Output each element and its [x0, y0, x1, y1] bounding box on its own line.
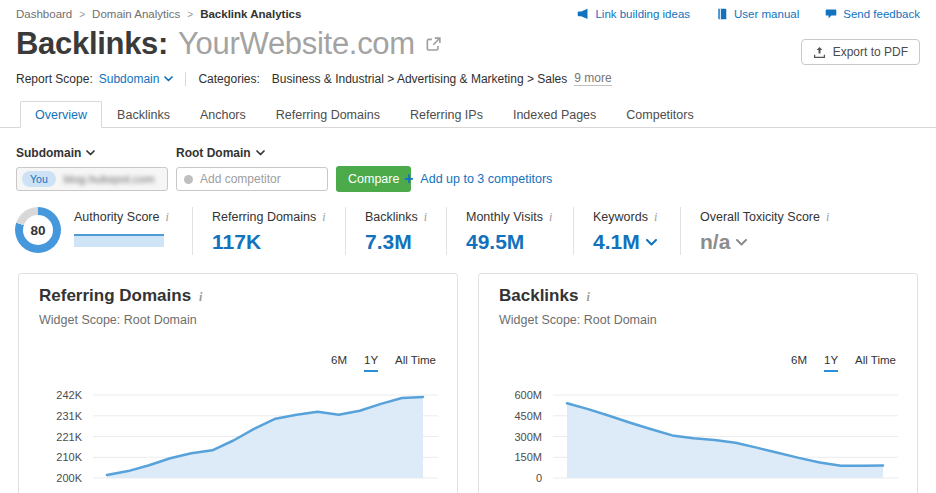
- authority-score-gauge: 80: [15, 207, 61, 253]
- add-competitor-input-wrap[interactable]: [176, 167, 328, 191]
- info-icon[interactable]: i: [199, 290, 202, 305]
- info-icon[interactable]: i: [826, 210, 829, 225]
- info-icon[interactable]: i: [654, 210, 657, 225]
- referring-domains-period-toggle: 6M 1Y All Time: [331, 354, 436, 372]
- keywords-value: 4.1M: [593, 230, 640, 254]
- svg-text:200K: 200K: [56, 472, 82, 484]
- chevron-down-icon: [86, 150, 95, 156]
- tab-indexed-pages[interactable]: Indexed Pages: [498, 101, 611, 127]
- info-icon[interactable]: i: [424, 210, 427, 225]
- keywords-label: Keywords: [593, 210, 648, 224]
- chevron-down-icon: [646, 239, 657, 246]
- breadcrumb-separator: >: [187, 9, 193, 20]
- referring-domains-widget: Referring Domains i Widget Scope: Root D…: [18, 273, 458, 493]
- plus-icon: +: [404, 171, 413, 187]
- send-feedback-label: Send feedback: [843, 8, 920, 20]
- megaphone-icon: [577, 8, 589, 20]
- tab-competitors[interactable]: Competitors: [611, 101, 708, 127]
- svg-text:150M: 150M: [514, 451, 542, 463]
- authority-score-value: 80: [30, 223, 45, 238]
- metric-overall-toxicity: Overall Toxicity Score i n/a: [680, 207, 829, 255]
- breadcrumb-backlink-analytics: Backlink Analytics: [200, 8, 301, 20]
- backlinks-value: 7.3M: [365, 230, 412, 254]
- you-scope-dropdown[interactable]: Subdomain: [16, 146, 95, 160]
- metric-referring-domains: Referring Domains i 117K: [192, 207, 326, 255]
- competitor-dot-icon: [184, 175, 193, 184]
- backlinks-chart: 600M450M300M150M0: [479, 382, 917, 493]
- backlink-analytics-page: Dashboard > Domain Analytics > Backlink …: [0, 0, 936, 493]
- report-scope-label: Report Scope:: [16, 72, 93, 86]
- referring-domains-label: Referring Domains: [212, 210, 316, 224]
- chevron-down-icon: [256, 150, 265, 156]
- you-scope-label: Subdomain: [16, 146, 81, 160]
- monthly-visits-value: 49.5M: [466, 230, 524, 254]
- link-building-ideas-link[interactable]: Link building ideas: [577, 8, 690, 20]
- tab-backlinks[interactable]: Backlinks: [102, 101, 185, 127]
- referring-domains-widget-scope: Widget Scope: Root Domain: [39, 313, 197, 327]
- period-1y[interactable]: 1Y: [364, 354, 378, 372]
- authority-score-label: Authority Score: [74, 210, 159, 224]
- backlinks-period-toggle: 6M 1Y All Time: [791, 354, 896, 372]
- add-competitors-link[interactable]: + Add up to 3 competitors: [404, 166, 552, 192]
- add-competitors-label: Add up to 3 competitors: [420, 172, 552, 186]
- info-icon[interactable]: i: [322, 210, 325, 225]
- page-title: Backlinks: YourWebsite.com: [16, 26, 442, 62]
- you-badge: You: [22, 171, 56, 187]
- svg-text:450M: 450M: [514, 410, 542, 422]
- toxicity-value-dropdown[interactable]: n/a: [700, 230, 829, 254]
- info-icon[interactable]: i: [586, 290, 589, 305]
- divider: [185, 72, 186, 86]
- breadcrumb-domain-analytics[interactable]: Domain Analytics: [92, 8, 180, 20]
- page-title-domain: YourWebsite.com: [178, 26, 415, 62]
- you-domain-input[interactable]: You blog.hubspot.com: [16, 167, 168, 191]
- add-competitor-input[interactable]: [200, 172, 320, 186]
- export-to-pdf-button[interactable]: Export to PDF: [801, 39, 920, 65]
- period-all-time[interactable]: All Time: [395, 354, 436, 372]
- svg-text:231K: 231K: [56, 410, 82, 422]
- metric-authority-score: Authority Score i: [74, 207, 169, 255]
- breadcrumb-dashboard[interactable]: Dashboard: [16, 8, 72, 20]
- toxicity-label: Overall Toxicity Score: [700, 210, 820, 224]
- user-manual-link[interactable]: User manual: [716, 8, 799, 20]
- referring-domains-widget-title: Referring Domains: [39, 286, 191, 306]
- keywords-value-dropdown[interactable]: 4.1M: [593, 230, 657, 254]
- breadcrumb-separator: >: [79, 9, 85, 20]
- report-scope-row: Report Scope: Subdomain Categories: Busi…: [16, 71, 612, 86]
- period-1y[interactable]: 1Y: [824, 354, 838, 372]
- report-scope-dropdown[interactable]: Subdomain: [99, 72, 174, 86]
- chevron-down-icon: [164, 76, 173, 82]
- referring-domains-value: 117K: [212, 230, 261, 254]
- metric-keywords: Keywords i 4.1M: [573, 207, 657, 255]
- period-6m[interactable]: 6M: [791, 354, 807, 372]
- book-icon: [716, 8, 728, 20]
- tab-bar: Overview Backlinks Anchors Referring Dom…: [0, 101, 936, 128]
- authority-score-bar: [74, 234, 164, 247]
- competitor-scope-dropdown[interactable]: Root Domain: [176, 146, 265, 160]
- compare-button[interactable]: Compare: [336, 166, 411, 192]
- categories-path: Business & Industrial > Advertising & Ma…: [272, 72, 567, 86]
- svg-text:600M: 600M: [514, 389, 542, 401]
- breadcrumb: Dashboard > Domain Analytics > Backlink …: [16, 8, 301, 20]
- send-feedback-link[interactable]: Send feedback: [825, 8, 920, 20]
- referring-domains-chart: 242K231K221K210K200K: [19, 382, 457, 493]
- svg-text:0: 0: [536, 472, 542, 484]
- toxicity-value: n/a: [700, 230, 730, 254]
- period-all-time[interactable]: All Time: [855, 354, 896, 372]
- chevron-down-icon: [736, 239, 747, 246]
- period-6m[interactable]: 6M: [331, 354, 347, 372]
- tab-anchors[interactable]: Anchors: [185, 101, 261, 127]
- export-icon: [813, 46, 826, 59]
- tab-referring-domains[interactable]: Referring Domains: [261, 101, 395, 127]
- competitor-scope-label: Root Domain: [176, 146, 251, 160]
- svg-text:221K: 221K: [56, 431, 82, 443]
- info-icon[interactable]: i: [549, 210, 552, 225]
- tab-overview[interactable]: Overview: [20, 101, 102, 128]
- categories-more-link[interactable]: 9 more: [574, 71, 611, 86]
- tab-referring-ips[interactable]: Referring IPs: [395, 101, 498, 127]
- you-domain-masked-text: blog.hubspot.com: [64, 173, 155, 185]
- external-link-icon[interactable]: [425, 36, 442, 53]
- monthly-visits-label: Monthly Visits: [466, 210, 543, 224]
- page-title-prefix: Backlinks:: [16, 26, 168, 62]
- user-manual-label: User manual: [734, 8, 799, 20]
- info-icon[interactable]: i: [165, 210, 168, 225]
